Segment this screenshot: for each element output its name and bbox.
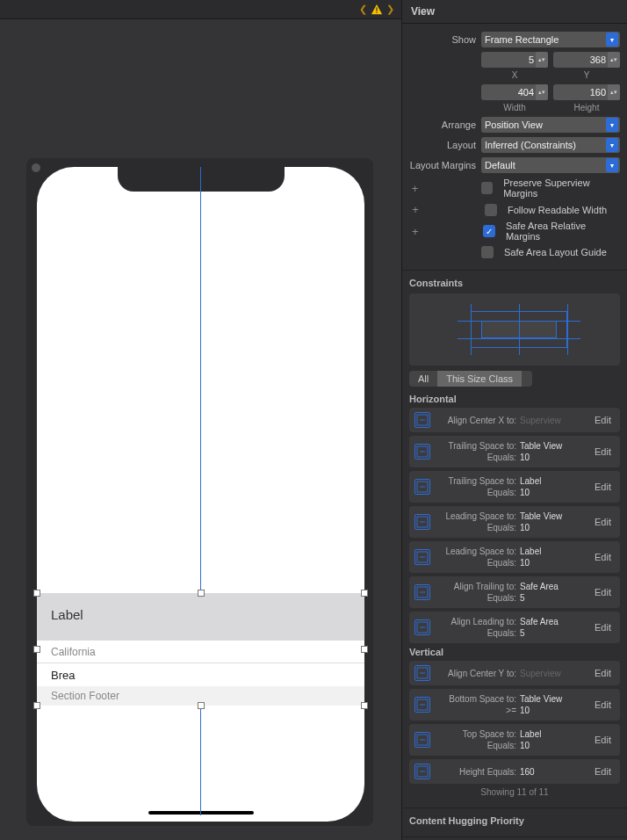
resize-handle[interactable]	[33, 590, 40, 597]
home-indicator	[148, 811, 254, 815]
showing-count: Showing 11 of 11	[409, 787, 620, 797]
edit-constraint-button[interactable]: Edit	[591, 413, 615, 427]
resize-handle[interactable]	[33, 702, 40, 709]
edit-constraint-button[interactable]: Edit	[591, 585, 615, 599]
constraint-icon	[414, 665, 430, 681]
svg-rect-0	[376, 7, 377, 11]
dropdown-icon: ▾	[606, 138, 618, 152]
edit-constraint-button[interactable]: Edit	[591, 480, 615, 494]
canvas-area[interactable]: ❮ ❯ Label California Brea Section Footer	[0, 0, 401, 840]
arrange-label: Arrange	[409, 119, 476, 130]
constraints-title: Constraints	[409, 278, 620, 288]
constraint-icon	[414, 732, 430, 748]
warning-icon[interactable]	[371, 4, 383, 16]
resize-handle[interactable]	[33, 646, 40, 653]
constraint-row[interactable]: Trailing Space to:Table ViewEquals:10 Ed…	[409, 436, 620, 467]
device-frame: Label California Brea Section Footer	[26, 158, 373, 826]
table-cell-brea[interactable]: Brea	[37, 663, 364, 686]
canvas-toolbar: ❮ ❯	[0, 0, 401, 19]
constraint-text: Trailing Space to:LabelEquals:10	[436, 475, 586, 498]
constraint-row[interactable]: Bottom Space to:Table View>=10 Edit	[409, 689, 620, 721]
notch	[118, 167, 285, 192]
x-field[interactable]: 5▴▾	[481, 52, 548, 68]
resize-handle[interactable]	[361, 646, 368, 653]
view-section: Show Frame Rectangle▾ 5▴▾ 368▴▾ XY 404▴▾…	[402, 24, 627, 271]
constraint-icon	[414, 514, 430, 530]
safe-area-layout-checkbox[interactable]	[481, 246, 494, 258]
resize-handle[interactable]	[198, 702, 205, 709]
constraint-icon	[414, 549, 430, 565]
seg-this-size-class[interactable]: This Size Class	[437, 371, 522, 387]
section-header-california[interactable]: California	[37, 641, 364, 663]
layout-label: Layout	[409, 140, 476, 150]
constraint-text: Top Space to:LabelEquals:10	[436, 728, 586, 751]
constraint-row[interactable]: Align Trailing to:Safe AreaEquals:5 Edit	[409, 576, 620, 608]
edit-constraint-button[interactable]: Edit	[591, 733, 615, 747]
edit-constraint-button[interactable]: Edit	[591, 515, 615, 529]
constraints-section: Constraints All This Size Class Horizont…	[402, 271, 627, 808]
guide-vertical	[200, 167, 201, 815]
layout-select[interactable]: Inferred (Constraints)▾	[481, 137, 620, 153]
content-hugging-title: Content Hugging Priority	[409, 815, 620, 826]
edit-constraint-button[interactable]: Edit	[591, 698, 615, 712]
forward-icon[interactable]: ❯	[386, 4, 394, 15]
close-scene-button[interactable]	[32, 163, 40, 172]
y-field[interactable]: 368▴▾	[553, 52, 620, 68]
constraint-text: Bottom Space to:Table View>=10	[436, 693, 586, 716]
back-icon[interactable]: ❮	[359, 4, 367, 15]
constraint-text: Align Center Y to:Superview	[436, 668, 586, 679]
phone-screen[interactable]	[37, 167, 364, 822]
edit-constraint-button[interactable]: Edit	[591, 445, 615, 459]
constraints-preview[interactable]	[409, 293, 620, 366]
inspector-panel[interactable]: View Show Frame Rectangle▾ 5▴▾ 368▴▾ XY …	[401, 0, 627, 840]
arrange-select[interactable]: Position View▾	[481, 117, 620, 133]
height-field[interactable]: 160▴▾	[553, 84, 620, 100]
resize-handle[interactable]	[198, 590, 205, 597]
dropdown-icon: ▾	[606, 33, 618, 47]
constraint-text: Trailing Space to:Table ViewEquals:10	[436, 440, 586, 463]
constraint-icon	[414, 444, 430, 460]
constraint-text: Leading Space to:Table ViewEquals:10	[436, 511, 586, 533]
constraint-row[interactable]: Trailing Space to:LabelEquals:10 Edit	[409, 471, 620, 503]
stepper-icon[interactable]: ▴▾	[608, 52, 620, 68]
resize-handle[interactable]	[361, 590, 368, 597]
constraint-row[interactable]: Align Center X to:Superview Edit	[409, 408, 620, 432]
edit-constraint-button[interactable]: Edit	[591, 666, 615, 680]
constraint-row[interactable]: Align Leading to:Safe AreaEquals:5 Edit	[409, 612, 620, 643]
add-margin-button[interactable]: +	[409, 225, 422, 238]
table-header-label[interactable]: Label	[51, 607, 83, 622]
stepper-icon[interactable]: ▴▾	[536, 52, 548, 68]
edit-constraint-button[interactable]: Edit	[591, 550, 615, 564]
margins-select[interactable]: Default▾	[481, 157, 620, 173]
seg-all[interactable]: All	[409, 371, 437, 387]
add-margin-button[interactable]: +	[409, 182, 421, 195]
preserve-superview-checkbox[interactable]	[481, 182, 493, 194]
constraint-row[interactable]: Leading Space to:Table ViewEquals:10 Edi…	[409, 506, 620, 538]
constraint-text: Align Trailing to:Safe AreaEquals:5	[436, 581, 586, 604]
edit-constraint-button[interactable]: Edit	[591, 620, 615, 634]
resize-handle[interactable]	[361, 702, 368, 709]
dropdown-icon: ▾	[606, 158, 618, 172]
constraint-row[interactable]: Top Space to:LabelEquals:10 Edit	[409, 724, 620, 756]
show-select[interactable]: Frame Rectangle▾	[481, 32, 620, 47]
constraint-text: Align Leading to:Safe AreaEquals:5	[436, 616, 586, 639]
constraint-text: Leading Space to:LabelEquals:10	[436, 546, 586, 568]
svg-rect-1	[376, 11, 377, 12]
follow-readable-checkbox[interactable]	[485, 204, 497, 216]
constraint-row[interactable]: Height Equals:160 Edit	[409, 759, 620, 784]
show-label: Show	[409, 34, 476, 45]
size-class-segment[interactable]: All This Size Class	[409, 371, 532, 387]
constraint-row[interactable]: Align Center Y to:Superview Edit	[409, 661, 620, 685]
width-field[interactable]: 404▴▾	[481, 84, 548, 100]
constraint-text: Align Center X to:Superview	[436, 415, 586, 426]
vertical-subhead: Vertical	[409, 647, 620, 657]
constraint-row[interactable]: Leading Space to:LabelEquals:10 Edit	[409, 541, 620, 573]
constraint-icon	[414, 584, 430, 600]
stepper-icon[interactable]: ▴▾	[536, 84, 548, 100]
safe-area-relative-checkbox[interactable]: ✓	[483, 225, 495, 237]
inspector-title: View	[402, 0, 627, 24]
edit-constraint-button[interactable]: Edit	[591, 764, 615, 778]
add-margin-button[interactable]: +	[409, 203, 422, 216]
stepper-icon[interactable]: ▴▾	[608, 84, 620, 100]
selected-view[interactable]: Label California Brea Section Footer	[37, 593, 364, 706]
